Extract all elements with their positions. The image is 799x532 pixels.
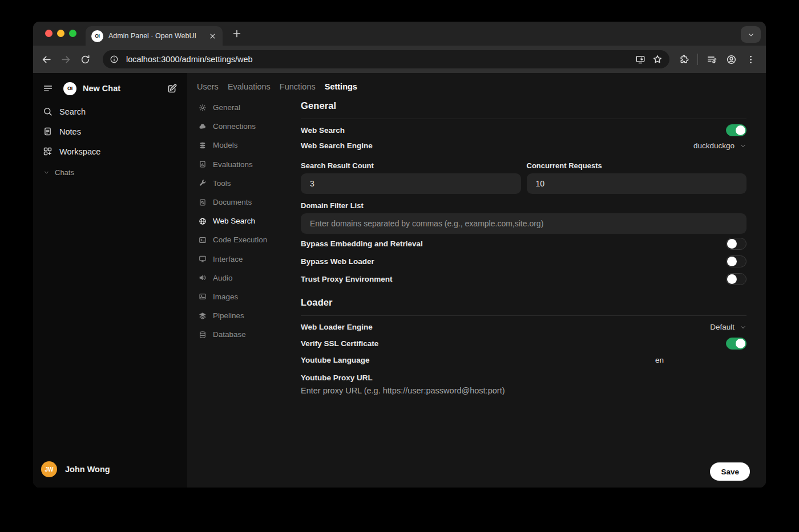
settings-nav-item-database[interactable]: Database <box>197 325 301 344</box>
notes-icon <box>43 127 53 136</box>
new-tab-button[interactable] <box>231 28 243 39</box>
search-icon <box>43 107 53 116</box>
domain-filter-input[interactable] <box>301 213 746 234</box>
settings-nav-item-images[interactable]: Images <box>197 287 301 306</box>
new-chat-label[interactable]: New Chat <box>83 84 167 93</box>
search-result-count-input[interactable] <box>301 173 521 194</box>
domain-filter-block: Domain Filter List <box>301 201 746 234</box>
admin-tab-evaluations[interactable]: Evaluations <box>228 82 271 91</box>
app-logo: OI <box>63 82 76 95</box>
back-button[interactable] <box>37 50 56 69</box>
zoom-window-button[interactable] <box>69 30 76 37</box>
save-button[interactable]: Save <box>710 462 750 481</box>
site-info-button[interactable] <box>106 52 122 67</box>
settings-nav-item-evaluations[interactable]: Evaluations <box>197 155 301 174</box>
loader-section-title: Loader <box>301 297 746 308</box>
settings-nav-item-label: Images <box>213 293 238 301</box>
admin-tab-users[interactable]: Users <box>197 82 219 91</box>
bypass-embedding-toggle[interactable] <box>726 238 746 250</box>
close-window-button[interactable] <box>45 30 53 37</box>
settings-nav-item-label: Web Search <box>213 217 255 225</box>
web-search-engine-value: duckduckgo <box>693 141 735 150</box>
search-result-count-label: Search Result Count <box>301 161 521 170</box>
settings-nav-item-tools[interactable]: Tools <box>197 174 301 193</box>
evaluations-icon <box>199 160 207 168</box>
settings-nav-item-general[interactable]: General <box>197 98 301 117</box>
star-icon <box>652 54 663 64</box>
browser-toolbar: localhost:3000/admin/settings/web <box>33 46 766 73</box>
concurrent-requests-input[interactable] <box>527 173 747 194</box>
url-text[interactable]: localhost:3000/admin/settings/web <box>126 55 632 64</box>
settings-nav-item-interface[interactable]: Interface <box>197 250 301 269</box>
terminal-icon <box>199 236 207 244</box>
youtube-proxy-input[interactable] <box>301 386 746 395</box>
settings-nav-item-models[interactable]: Models <box>197 136 301 155</box>
sidebar-item-label: Workspace <box>59 147 100 156</box>
extensions-button[interactable] <box>674 50 693 69</box>
chevron-down-icon <box>740 143 746 149</box>
settings-nav-item-web-search[interactable]: Web Search <box>197 212 301 230</box>
sidebar-item-search[interactable]: Search <box>33 101 187 121</box>
trust-proxy-toggle[interactable] <box>726 273 746 285</box>
tab-favicon: OI <box>91 30 103 42</box>
verify-ssl-toggle[interactable] <box>726 338 746 350</box>
sidebar-toggle-button[interactable] <box>43 83 53 94</box>
settings-nav-item-label: Models <box>213 141 238 149</box>
layers-icon <box>199 312 207 320</box>
gear-icon <box>199 104 207 112</box>
bookmark-button[interactable] <box>649 51 666 68</box>
bypass-web-loader-toggle[interactable] <box>726 255 746 267</box>
chats-section-header[interactable]: Chats <box>33 165 187 180</box>
minimize-window-button[interactable] <box>57 30 64 37</box>
chats-section-label: Chats <box>55 168 74 177</box>
browser-tab[interactable]: OI Admin Panel · Open WebUI <box>86 26 223 46</box>
settings-nav-item-pipelines[interactable]: Pipelines <box>197 306 301 325</box>
web-loader-engine-select[interactable]: Default <box>710 323 746 331</box>
verify-ssl-label: Verify SSL Certificate <box>301 339 378 348</box>
admin-tab-functions[interactable]: Functions <box>280 82 316 91</box>
install-icon <box>635 54 645 64</box>
settings-nav-item-connections[interactable]: Connections <box>197 117 301 136</box>
sidebar-item-workspace[interactable]: Workspace <box>33 141 187 161</box>
user-menu[interactable]: JW John Wong <box>33 457 187 482</box>
count-fields: Search Result Count Concurrent Requests <box>301 161 746 194</box>
divider <box>301 119 746 119</box>
admin-tab-settings[interactable]: Settings <box>325 82 357 91</box>
install-app-button[interactable] <box>632 51 649 68</box>
admin-panel: UsersEvaluationsFunctionsSettings Genera… <box>187 73 766 488</box>
settings-nav-item-documents[interactable]: Documents <box>197 193 301 212</box>
profile-button[interactable] <box>721 50 741 69</box>
web-search-label: Web Search <box>301 126 345 135</box>
media-controls-button[interactable] <box>702 50 721 69</box>
new-chat-button[interactable] <box>167 83 177 94</box>
page: OI New Chat SearchNotesWorkspace Chats J… <box>33 73 766 488</box>
forward-button[interactable] <box>56 50 75 69</box>
address-bar[interactable]: localhost:3000/admin/settings/web <box>103 50 669 68</box>
settings-nav-item-label: Evaluations <box>213 160 253 169</box>
chevron-down-icon <box>740 324 746 331</box>
admin-tabs: UsersEvaluationsFunctionsSettings <box>197 80 766 94</box>
cloud-icon <box>199 123 207 131</box>
settings-nav-item-code-execution[interactable]: Code Execution <box>197 230 301 249</box>
tab-search-button[interactable] <box>741 26 761 43</box>
sidebar-item-notes[interactable]: Notes <box>33 121 187 141</box>
settings-nav-item-audio[interactable]: Audio <box>197 269 301 287</box>
sidebar-item-label: Search <box>59 107 86 116</box>
tab-close-icon[interactable] <box>208 32 217 40</box>
youtube-language-input[interactable]: en <box>655 356 746 364</box>
image-icon <box>199 293 207 300</box>
youtube-proxy-label: Youtube Proxy URL <box>301 373 746 382</box>
general-section-title: General <box>301 100 746 111</box>
models-icon <box>199 141 207 149</box>
info-icon <box>110 55 119 64</box>
browser-tabstrip: OI Admin Panel · Open WebUI <box>33 22 766 46</box>
web-search-toggle[interactable] <box>726 124 746 136</box>
search-result-count-block: Search Result Count <box>301 161 521 194</box>
web-loader-engine-label: Web Loader Engine <box>301 323 373 331</box>
browser-menu-button[interactable] <box>741 50 760 69</box>
sidebar-header: OI New Chat <box>33 80 187 97</box>
bypass-web-loader-row: Bypass Web Loader <box>301 253 746 270</box>
web-search-engine-select[interactable]: duckduckgo <box>693 141 746 150</box>
forward-icon <box>60 54 71 65</box>
reload-button[interactable] <box>75 50 95 69</box>
